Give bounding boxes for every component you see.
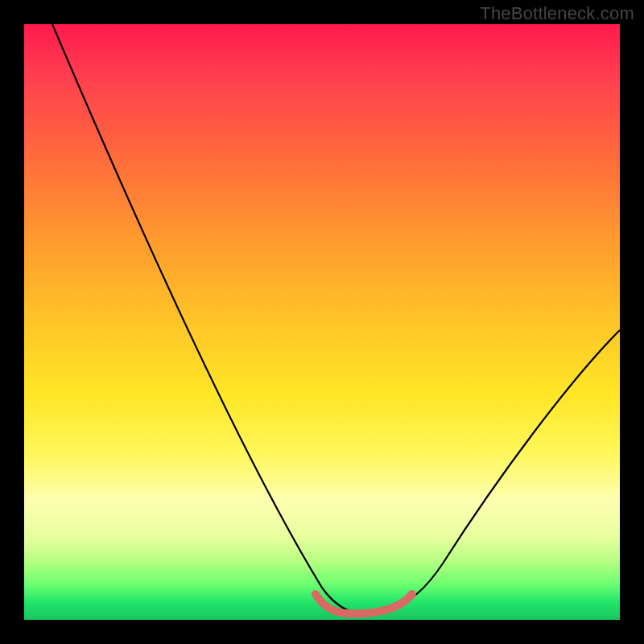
bottleneck-curve [52, 24, 620, 613]
watermark-text: TheBottleneck.com [480, 3, 634, 24]
plot-area [24, 24, 620, 620]
chart-frame: TheBottleneck.com [0, 0, 644, 644]
curve-layer [24, 24, 620, 620]
